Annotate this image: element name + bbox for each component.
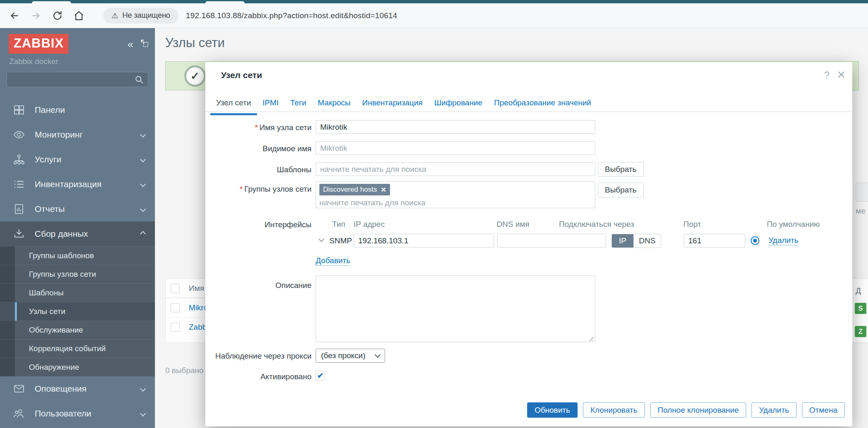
chip-remove-icon[interactable]: ✕ (380, 186, 386, 194)
sidebar-item-templates[interactable]: Шаблоны (0, 283, 155, 302)
page-title: Узлы сети (165, 36, 225, 50)
submenu-label: Шаблоны (29, 288, 64, 297)
sidebar-item-inventory[interactable]: Инвентаризация (0, 172, 155, 197)
interface-port-input[interactable] (684, 234, 745, 247)
sidebar-item-reports[interactable]: Отчеты (0, 197, 155, 221)
interface-ip-input[interactable] (354, 234, 494, 247)
sidebar-item-hosts[interactable]: Узлы сети (0, 302, 155, 321)
sidebar-item-alerts[interactable]: Оповещения (0, 376, 155, 401)
description-label: Описание (205, 281, 312, 290)
help-icon[interactable]: ? (824, 69, 830, 81)
address-bar[interactable]: 192.168.103.88/zabbix.php?action=host.ed… (186, 11, 397, 20)
sidebar-item-data-collection[interactable]: Сбор данных (0, 221, 155, 246)
forward-icon[interactable] (29, 9, 43, 23)
interfaces-label: Интерфейсы (205, 220, 312, 229)
enabled-checkbox[interactable]: ✔ (316, 371, 325, 380)
selected-count: 0 выбрано (165, 366, 204, 375)
back-icon[interactable] (7, 9, 21, 23)
add-interface-link[interactable]: Добавить (316, 256, 350, 266)
tab-value-mapping[interactable]: Преобразование значений (488, 93, 597, 113)
sidebar-item-services[interactable]: Услуги (0, 147, 155, 172)
col-port: Порт (683, 220, 701, 229)
sidebar-item-discovery[interactable]: Обнаружение (0, 358, 155, 376)
col-dns: DNS имя (497, 220, 529, 229)
tabs-divider (205, 112, 852, 112)
submenu-label: Группы шаблонов (29, 251, 94, 260)
host-name-input[interactable] (316, 120, 595, 134)
required-mark: * (255, 123, 258, 132)
server-name: Zabbix docker (9, 57, 58, 66)
connect-via-toggle: IP DNS (611, 234, 661, 248)
tab-macros[interactable]: Макросы (312, 93, 356, 113)
close-icon[interactable]: ✕ (837, 69, 846, 81)
sidebar-item-host-groups[interactable]: Группы узлов сети (0, 265, 155, 283)
row-checkbox[interactable] (171, 323, 180, 332)
submenu-label: Обнаружение (29, 363, 79, 372)
collapse-sidebar-icon[interactable]: « (128, 40, 133, 48)
tab-inventory[interactable]: Инвентаризация (357, 93, 428, 113)
sidebar-item-label: Инвентаризация (35, 179, 102, 189)
home-icon[interactable] (72, 9, 86, 23)
submenu-label: Обслуживание (29, 326, 83, 335)
sidebar-item-event-correlation[interactable]: Корреляция событий (0, 339, 155, 358)
host-groups-multiselect[interactable]: Discovered hosts ✕ начните печатать для … (316, 181, 595, 208)
tab-ipmi[interactable]: IPMI (257, 93, 285, 113)
col-ip: IP адрес (354, 220, 385, 229)
templates-input[interactable] (316, 162, 595, 176)
visible-name-input[interactable] (316, 141, 595, 155)
sidebar-item-label: Пользователи (35, 409, 91, 418)
security-chip-label: Не защищено (122, 11, 170, 20)
cancel-button[interactable]: Отмена (802, 402, 845, 418)
sidebar-item-label: Мониторинг (35, 130, 83, 140)
sidebar-item-maintenance[interactable]: Обслуживание (0, 321, 155, 339)
column-header-fragment: Д (856, 286, 861, 295)
sidebar-item-users[interactable]: Пользователи (0, 401, 155, 426)
expand-sidebar-icon[interactable] (140, 39, 149, 50)
list-icon (12, 178, 26, 190)
select-all-checkbox[interactable] (171, 284, 180, 293)
remove-interface-link[interactable]: Удалить (768, 236, 799, 245)
templates-select-button[interactable]: Выбрать (598, 162, 644, 177)
filter-label-fragment: ме (856, 207, 866, 216)
host-groups-select-button[interactable]: Выбрать (598, 183, 644, 197)
submenu-label: Корреляция событий (29, 344, 106, 353)
clone-button[interactable]: Клонировать (583, 402, 645, 418)
row-checkbox[interactable] (171, 303, 180, 312)
reload-icon[interactable] (50, 9, 64, 23)
delete-button[interactable]: Удалить (751, 402, 797, 418)
sidebar-search (7, 72, 148, 87)
proxy-select-value: (без прокси) (321, 351, 366, 360)
interface-expand-icon[interactable] (319, 236, 324, 242)
sidebar-item-dashboards[interactable]: Панели (0, 97, 155, 122)
sidebar-item-label: Услуги (35, 155, 62, 164)
dialog-title: Узел сети (221, 70, 262, 80)
sidebar-item-label: Оповещения (35, 384, 86, 394)
tab-tags[interactable]: Теги (285, 93, 312, 113)
host-edit-dialog: Узел сети ? ✕ Узел сети IPMI Теги Макрос… (205, 62, 852, 426)
required-mark: * (240, 185, 243, 193)
browser-tab-strip (0, 0, 868, 3)
toggle-dns[interactable]: DNS (633, 234, 661, 247)
update-button[interactable]: Обновить (527, 402, 578, 418)
templates-label: Шаблоны (205, 165, 312, 174)
browser-toolbar: ⚠ Не защищено 192.168.103.88/zabbix.php?… (0, 3, 868, 28)
description-textarea[interactable] (316, 276, 595, 342)
tab-host[interactable]: Узел сети (210, 93, 257, 113)
search-input[interactable] (7, 72, 135, 87)
submenu-label: Группы узлов сети (29, 270, 96, 279)
full-clone-button[interactable]: Полное клонирование (650, 402, 747, 418)
toggle-ip[interactable]: IP (612, 234, 633, 247)
proxy-select[interactable]: (без прокси) (316, 349, 385, 363)
default-interface-radio[interactable] (751, 236, 759, 245)
site-security-chip[interactable]: ⚠ Не защищено (103, 8, 178, 24)
sidebar-item-template-groups[interactable]: Группы шаблонов (0, 246, 155, 265)
multiselect-placeholder: начните печатать для поиска (319, 198, 592, 207)
tab-encryption[interactable]: Шифрование (428, 93, 488, 113)
col-connect: Подключаться через (559, 220, 634, 229)
chevron-down-icon (140, 181, 146, 187)
interface-dns-input[interactable] (497, 234, 606, 247)
envelope-icon (12, 383, 26, 395)
zbx-status-badge: Z (855, 326, 866, 337)
sidebar-item-monitoring[interactable]: Мониторинг (0, 122, 155, 147)
zabbix-logo[interactable]: ZABBIX (9, 34, 69, 54)
